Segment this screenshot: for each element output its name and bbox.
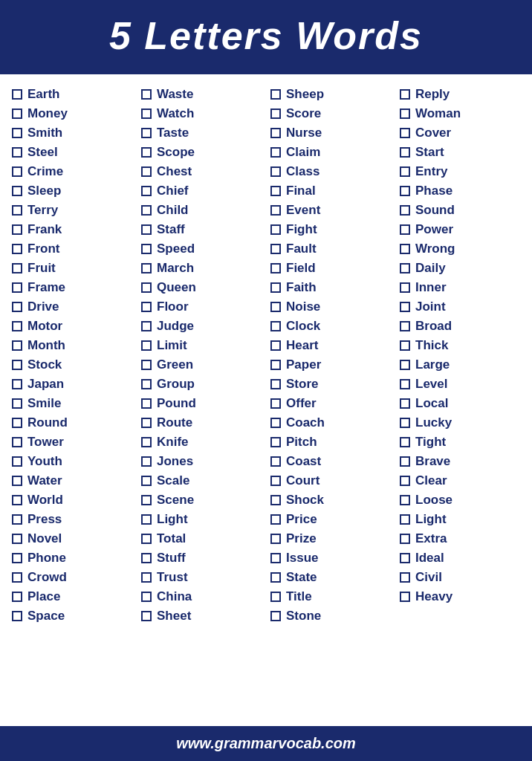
checkbox-icon[interactable] bbox=[400, 89, 410, 100]
checkbox-icon[interactable] bbox=[270, 553, 281, 563]
list-item[interactable]: Frank bbox=[7, 220, 137, 239]
list-item[interactable]: Start bbox=[395, 143, 525, 162]
checkbox-icon[interactable] bbox=[270, 534, 281, 544]
checkbox-icon[interactable] bbox=[141, 379, 152, 389]
list-item[interactable]: Shock bbox=[266, 490, 395, 510]
list-item[interactable]: Nurse bbox=[266, 123, 395, 143]
list-item[interactable]: Tight bbox=[395, 433, 525, 452]
list-item[interactable]: Stuff bbox=[137, 548, 266, 568]
list-item[interactable]: Total bbox=[137, 529, 266, 548]
list-item[interactable]: Jones bbox=[137, 452, 266, 471]
list-item[interactable]: Class bbox=[266, 162, 395, 181]
list-item[interactable]: State bbox=[266, 568, 395, 587]
checkbox-icon[interactable] bbox=[141, 263, 152, 273]
checkbox-icon[interactable] bbox=[400, 553, 410, 563]
list-item[interactable]: Month bbox=[7, 336, 137, 355]
list-item[interactable]: Novel bbox=[7, 529, 137, 548]
list-item[interactable]: China bbox=[137, 587, 266, 606]
list-item[interactable]: Claim bbox=[266, 143, 395, 162]
checkbox-icon[interactable] bbox=[270, 302, 281, 312]
checkbox-icon[interactable] bbox=[141, 282, 152, 293]
checkbox-icon[interactable] bbox=[270, 244, 281, 254]
checkbox-icon[interactable] bbox=[270, 418, 281, 428]
list-item[interactable]: Phase bbox=[395, 181, 525, 201]
checkbox-icon[interactable] bbox=[141, 495, 152, 505]
list-item[interactable]: Woman bbox=[395, 104, 525, 123]
list-item[interactable]: Prize bbox=[266, 529, 395, 548]
list-item[interactable]: Final bbox=[266, 181, 395, 201]
list-item[interactable]: Broad bbox=[395, 317, 525, 336]
list-item[interactable]: Scene bbox=[137, 490, 266, 510]
list-item[interactable]: Knife bbox=[137, 433, 266, 452]
checkbox-icon[interactable] bbox=[400, 418, 410, 428]
checkbox-icon[interactable] bbox=[12, 456, 22, 467]
checkbox-icon[interactable] bbox=[141, 302, 152, 312]
checkbox-icon[interactable] bbox=[400, 302, 410, 312]
list-item[interactable]: Court bbox=[266, 471, 395, 490]
checkbox-icon[interactable] bbox=[141, 553, 152, 563]
checkbox-icon[interactable] bbox=[141, 592, 152, 602]
list-item[interactable]: Queen bbox=[137, 278, 266, 297]
checkbox-icon[interactable] bbox=[400, 437, 410, 447]
list-item[interactable]: Coach bbox=[266, 413, 395, 433]
checkbox-icon[interactable] bbox=[141, 109, 152, 119]
list-item[interactable]: Sleep bbox=[7, 181, 137, 201]
list-item[interactable]: Daily bbox=[395, 259, 525, 278]
list-item[interactable]: Chief bbox=[137, 181, 266, 201]
checkbox-icon[interactable] bbox=[12, 476, 22, 486]
list-item[interactable]: Store bbox=[266, 375, 395, 394]
list-item[interactable]: Price bbox=[266, 510, 395, 529]
checkbox-icon[interactable] bbox=[400, 534, 410, 544]
list-item[interactable]: Scope bbox=[137, 143, 266, 162]
list-item[interactable]: Tower bbox=[7, 433, 137, 452]
list-item[interactable]: Civil bbox=[395, 568, 525, 587]
checkbox-icon[interactable] bbox=[270, 572, 281, 583]
list-item[interactable]: Fight bbox=[266, 220, 395, 239]
checkbox-icon[interactable] bbox=[400, 186, 410, 196]
checkbox-icon[interactable] bbox=[12, 360, 22, 370]
list-item[interactable]: Lucky bbox=[395, 413, 525, 433]
list-item[interactable]: Paper bbox=[266, 355, 395, 375]
list-item[interactable]: Scale bbox=[137, 471, 266, 490]
list-item[interactable]: Smile bbox=[7, 394, 137, 413]
checkbox-icon[interactable] bbox=[141, 340, 152, 351]
checkbox-icon[interactable] bbox=[12, 205, 22, 216]
checkbox-icon[interactable] bbox=[270, 379, 281, 389]
checkbox-icon[interactable] bbox=[12, 437, 22, 447]
list-item[interactable]: Pound bbox=[137, 394, 266, 413]
list-item[interactable]: Field bbox=[266, 259, 395, 278]
list-item[interactable]: Sound bbox=[395, 201, 525, 220]
checkbox-icon[interactable] bbox=[141, 398, 152, 409]
checkbox-icon[interactable] bbox=[400, 205, 410, 216]
list-item[interactable]: Crime bbox=[7, 162, 137, 181]
checkbox-icon[interactable] bbox=[400, 360, 410, 370]
checkbox-icon[interactable] bbox=[12, 186, 22, 196]
list-item[interactable]: Level bbox=[395, 375, 525, 394]
list-item[interactable]: Trust bbox=[137, 568, 266, 587]
checkbox-icon[interactable] bbox=[400, 572, 410, 583]
checkbox-icon[interactable] bbox=[141, 205, 152, 216]
list-item[interactable]: Heavy bbox=[395, 587, 525, 606]
list-item[interactable]: Heart bbox=[266, 336, 395, 355]
list-item[interactable]: Faith bbox=[266, 278, 395, 297]
checkbox-icon[interactable] bbox=[12, 553, 22, 563]
checkbox-icon[interactable] bbox=[400, 321, 410, 331]
checkbox-icon[interactable] bbox=[141, 186, 152, 196]
list-item[interactable]: Pitch bbox=[266, 433, 395, 452]
list-item[interactable]: Score bbox=[266, 104, 395, 123]
checkbox-icon[interactable] bbox=[270, 166, 281, 177]
list-item[interactable]: Cover bbox=[395, 123, 525, 143]
checkbox-icon[interactable] bbox=[270, 360, 281, 370]
checkbox-icon[interactable] bbox=[141, 89, 152, 100]
checkbox-icon[interactable] bbox=[12, 611, 22, 621]
list-item[interactable]: Reply bbox=[395, 85, 525, 104]
checkbox-icon[interactable] bbox=[400, 592, 410, 602]
list-item[interactable]: Sheep bbox=[266, 85, 395, 104]
list-item[interactable]: Wrong bbox=[395, 239, 525, 259]
checkbox-icon[interactable] bbox=[141, 418, 152, 428]
list-item[interactable]: Child bbox=[137, 201, 266, 220]
checkbox-icon[interactable] bbox=[400, 379, 410, 389]
list-item[interactable]: Inner bbox=[395, 278, 525, 297]
checkbox-icon[interactable] bbox=[12, 109, 22, 119]
list-item[interactable]: Extra bbox=[395, 529, 525, 548]
